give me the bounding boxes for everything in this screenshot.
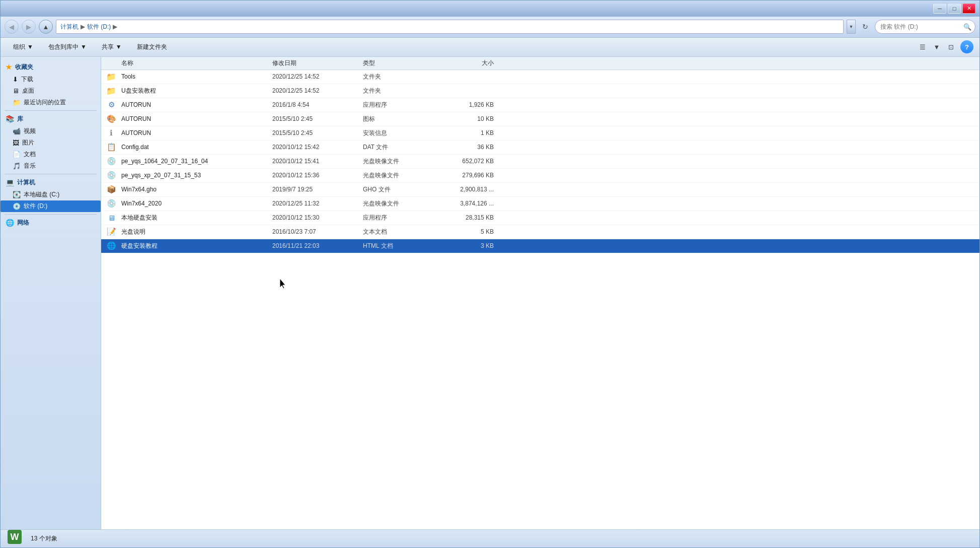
minimize-button[interactable]: ─ [933, 4, 946, 14]
file-date: 2020/12/25 14:52 [272, 73, 363, 80]
address-dropdown-button[interactable]: ▼ [847, 20, 856, 34]
sidebar-header-library[interactable]: 📚 库 [1, 113, 101, 125]
table-row[interactable]: 💿 pe_yqs_1064_20_07_31_16_04 2020/10/12 … [101, 155, 979, 169]
file-type: 文本文档 [363, 228, 433, 236]
table-row[interactable]: ℹ AUTORUN 2015/5/10 2:45 安装信息 1 KB [101, 126, 979, 141]
file-icon: 📦 [101, 185, 121, 194]
file-date: 2020/12/25 14:52 [272, 87, 363, 94]
file-name: Win7x64.gho [121, 186, 272, 193]
drive-d-label: 软件 (D:) [24, 202, 47, 211]
desktop-icon: 🖥 [13, 87, 19, 95]
table-row[interactable]: 📦 Win7x64.gho 2019/9/7 19:25 GHO 文件 2,90… [101, 183, 979, 197]
file-icon: 🖥 [101, 214, 121, 222]
file-size: 652,072 KB [433, 158, 504, 165]
sidebar-item-desktop[interactable]: 🖥 桌面 [1, 85, 101, 97]
sidebar-item-download[interactable]: ⬇ 下载 [1, 74, 101, 85]
computer-icon: 💻 [6, 178, 14, 186]
sidebar-section-library: 📚 库 📹 视频 🖼 图片 📄 文档 [1, 113, 101, 172]
table-row[interactable]: 💿 Win7x64_2020 2020/12/25 11:32 光盘映像文件 3… [101, 197, 979, 211]
file-date: 2019/9/7 19:25 [272, 186, 363, 193]
file-size: 10 KB [433, 115, 504, 122]
view-list-button[interactable]: ☰ [916, 40, 929, 53]
archive-button[interactable]: 包含到库中 ▼ [42, 40, 93, 54]
statusbar-icon: W [7, 529, 23, 548]
sidebar-item-video[interactable]: 📹 视频 [1, 125, 101, 137]
file-date: 2015/5/10 2:45 [272, 129, 363, 136]
sidebar-header-computer[interactable]: 💻 计算机 [1, 176, 101, 189]
table-row[interactable]: 💿 pe_yqs_xp_20_07_31_15_53 2020/10/12 15… [101, 169, 979, 183]
file-size: 36 KB [433, 144, 504, 151]
file-icon: 📋 [101, 143, 121, 152]
view-dropdown-button[interactable]: ▼ [930, 40, 943, 53]
preview-pane-button[interactable]: ⊡ [944, 40, 957, 53]
table-row[interactable]: 🖥 本地硬盘安装 2020/10/12 15:30 应用程序 28,315 KB [101, 211, 979, 225]
image-label: 图片 [22, 139, 34, 147]
table-row[interactable]: 🎨 AUTORUN 2015/5/10 2:45 图标 10 KB [101, 112, 979, 126]
sidebar-header-favorites[interactable]: ★ 收藏夹 [1, 61, 101, 74]
window-container: ─ □ ✕ ◀ ▶ ▲ 计算机 ▶ 软件 (D:) ▶ ▼ ↻ 🔍 [0, 0, 980, 548]
new-folder-label: 新建文件夹 [137, 43, 167, 51]
download-icon: ⬇ [13, 76, 18, 83]
filelist: 名称 修改日期 类型 大小 📁 Tools 2020/12/25 14:52 文… [101, 57, 979, 529]
search-wrapper: 🔍 [875, 20, 975, 34]
share-button[interactable]: 共享 ▼ [95, 40, 128, 54]
maximize-button[interactable]: □ [948, 4, 961, 14]
table-row[interactable]: 📝 光盘说明 2016/10/23 7:07 文本文档 5 KB [101, 225, 979, 239]
drive-d-icon: 💿 [13, 202, 21, 210]
help-button[interactable]: ? [960, 40, 973, 53]
file-type: 应用程序 [363, 214, 433, 222]
file-date: 2016/1/8 4:54 [272, 101, 363, 108]
sidebar-item-document[interactable]: 📄 文档 [1, 149, 101, 160]
file-type: 文件夹 [363, 73, 433, 81]
file-name: 本地硬盘安装 [121, 214, 272, 222]
col-header-size[interactable]: 大小 [433, 59, 504, 67]
file-date: 2015/5/10 2:45 [272, 115, 363, 122]
search-icon: 🔍 [963, 23, 971, 31]
back-button[interactable]: ◀ [5, 20, 19, 34]
forward-button[interactable]: ▶ [22, 20, 36, 34]
file-icon: 📝 [101, 227, 121, 236]
sidebar-item-drive-c[interactable]: 💽 本地磁盘 (C:) [1, 189, 101, 200]
sidebar-header-network[interactable]: 🌐 网络 [1, 217, 101, 229]
file-type: HTML 文档 [363, 242, 433, 250]
organize-button[interactable]: 组织 ▼ [7, 40, 40, 54]
breadcrumb-computer[interactable]: 计算机 [60, 23, 79, 31]
file-date: 2016/11/21 22:03 [272, 242, 363, 249]
new-folder-button[interactable]: 新建文件夹 [130, 40, 174, 54]
up-button[interactable]: ▲ [39, 20, 53, 34]
recent-label: 最近访问的位置 [24, 98, 66, 107]
file-name: U盘安装教程 [121, 87, 272, 95]
sidebar-section-favorites: ★ 收藏夹 ⬇ 下载 🖥 桌面 📁 最近访问的位置 [1, 61, 101, 108]
file-name: AUTORUN [121, 101, 272, 108]
titlebar: ─ □ ✕ [1, 1, 979, 17]
sidebar-item-image[interactable]: 🖼 图片 [1, 137, 101, 149]
file-name: AUTORUN [121, 115, 272, 122]
breadcrumb-drive[interactable]: 软件 (D:) [87, 23, 111, 31]
recent-icon: 📁 [13, 99, 21, 106]
network-icon: 🌐 [6, 219, 14, 227]
sidebar-item-music[interactable]: 🎵 音乐 [1, 160, 101, 172]
file-rows-container: 📁 Tools 2020/12/25 14:52 文件夹 📁 U盘安装教程 20… [101, 70, 979, 253]
col-header-date[interactable]: 修改日期 [272, 59, 363, 67]
file-size: 2,900,813 ... [433, 186, 504, 193]
refresh-button[interactable]: ↻ [859, 20, 872, 33]
sidebar-item-recent[interactable]: 📁 最近访问的位置 [1, 97, 101, 108]
library-label: 库 [17, 115, 23, 123]
table-row[interactable]: ⚙ AUTORUN 2016/1/8 4:54 应用程序 1,926 KB [101, 98, 979, 112]
col-header-name[interactable]: 名称 [101, 59, 272, 67]
table-row[interactable]: 🌐 硬盘安装教程 2016/11/21 22:03 HTML 文档 3 KB [101, 239, 979, 253]
statusbar: W 13 个对象 [1, 529, 979, 547]
file-type: 光盘映像文件 [363, 171, 433, 180]
sidebar-section-network: 🌐 网络 [1, 217, 101, 229]
table-row[interactable]: 📁 U盘安装教程 2020/12/25 14:52 文件夹 [101, 84, 979, 98]
download-label: 下载 [21, 75, 33, 84]
file-icon: 🎨 [101, 114, 121, 123]
breadcrumb[interactable]: 计算机 ▶ 软件 (D:) ▶ [56, 20, 844, 34]
sidebar-item-drive-d[interactable]: 💿 软件 (D:) [1, 200, 101, 212]
table-row[interactable]: 📋 Config.dat 2020/10/12 15:42 DAT 文件 36 … [101, 141, 979, 155]
file-name: 光盘说明 [121, 228, 272, 236]
close-button[interactable]: ✕ [962, 4, 975, 14]
table-row[interactable]: 📁 Tools 2020/12/25 14:52 文件夹 [101, 70, 979, 84]
col-header-type[interactable]: 类型 [363, 59, 433, 67]
search-input[interactable] [875, 20, 975, 34]
